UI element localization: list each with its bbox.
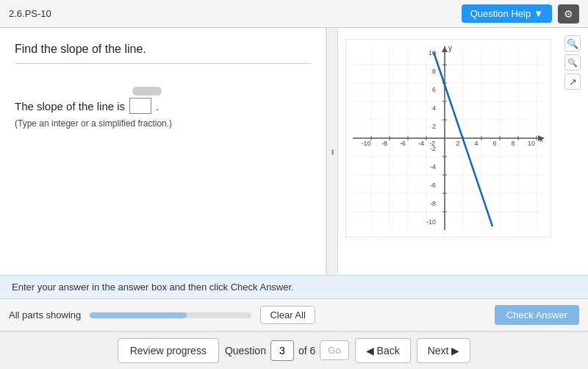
svg-text:6: 6 [432, 86, 436, 93]
svg-text:-2: -2 [430, 145, 436, 152]
main-content: Find the slope of the line. The slope of… [0, 28, 588, 275]
right-panel: 🔍 🔍 ↗ [338, 28, 588, 275]
next-button[interactable]: Next ▶ [417, 338, 471, 363]
svg-text:2: 2 [456, 140, 459, 147]
question-label: Question [225, 345, 266, 357]
zoom-out-button[interactable]: 🔍 [564, 54, 581, 71]
header-controls: Question Help ▼ ⚙ [462, 4, 579, 24]
zoom-in-icon: 🔍 [567, 38, 578, 49]
answer-area: The slope of the line is . (Type an inte… [15, 98, 311, 129]
progress-bar-fill [90, 312, 187, 318]
answer-line: The slope of the line is . [15, 98, 311, 114]
svg-text:x: x [539, 135, 543, 143]
coordinate-graph: y x -10 -8 -6 -4 -2 2 4 6 8 10 10 8 6 4 … [345, 39, 551, 237]
question-help-label: Question Help [470, 8, 531, 19]
gear-icon: ⚙ [564, 8, 573, 20]
svg-text:-4: -4 [430, 163, 436, 171]
svg-text:-8: -8 [430, 200, 436, 207]
of-label: of 6 [298, 345, 315, 357]
zoom-in-button[interactable]: 🔍 [564, 35, 581, 51]
answer-prefix: The slope of the line is [15, 100, 125, 112]
svg-text:4: 4 [474, 140, 478, 147]
question-nav: Question of 6 Go [225, 340, 349, 361]
zoom-controls: 🔍 🔍 ↗ [564, 35, 581, 90]
footer-nav: Review progress Question of 6 Go ◀ Back … [0, 331, 588, 369]
progress-bar-container [90, 312, 251, 318]
svg-text:-6: -6 [430, 182, 436, 189]
clear-all-button[interactable]: Clear All [260, 306, 315, 324]
question-title: Find the slope of the line. [15, 43, 311, 56]
svg-text:6: 6 [492, 140, 496, 147]
question-help-button[interactable]: Question Help ▼ [462, 4, 552, 23]
instruction-text: Enter your answer in the answer box and … [12, 282, 294, 293]
period: . [156, 100, 159, 112]
dropdown-icon: ▼ [534, 8, 543, 19]
svg-text:-6: -6 [400, 140, 406, 147]
svg-text:-4: -4 [418, 140, 424, 147]
question-number-input[interactable] [270, 340, 294, 361]
answer-input[interactable] [129, 98, 151, 114]
review-progress-button[interactable]: Review progress [118, 338, 219, 363]
zoom-out-icon: 🔍 [567, 58, 578, 68]
check-answer-button[interactable]: Check Answer [495, 305, 579, 325]
panel-divider[interactable]: • • • [326, 28, 338, 275]
problem-id: 2.6.PS-10 [9, 8, 51, 19]
svg-text:4: 4 [432, 104, 436, 112]
left-panel: Find the slope of the line. The slope of… [0, 28, 326, 275]
drag-handle[interactable] [132, 87, 162, 96]
svg-text:-10: -10 [361, 140, 370, 147]
settings-button[interactable]: ⚙ [558, 4, 579, 24]
instruction-bar: Enter your answer in the answer box and … [0, 275, 588, 298]
hint-text: (Type an integer or a simplified fractio… [15, 118, 311, 129]
divider-dots: • • • [329, 149, 337, 154]
svg-text:-8: -8 [381, 140, 387, 147]
svg-text:10: 10 [528, 140, 535, 147]
svg-text:8: 8 [432, 68, 436, 75]
svg-text:2: 2 [432, 123, 436, 130]
all-parts-label: All parts showing [9, 309, 81, 320]
svg-text:y: y [448, 44, 452, 52]
back-button[interactable]: ◀ Back [355, 338, 411, 363]
header: 2.6.PS-10 Question Help ▼ ⚙ [0, 0, 588, 28]
external-link-button[interactable]: ↗ [564, 74, 581, 90]
go-button[interactable]: Go [320, 340, 348, 360]
controls-bar: All parts showing Clear All Check Answer [0, 298, 588, 331]
svg-text:8: 8 [511, 140, 514, 147]
svg-text:-10: -10 [426, 218, 436, 226]
section-divider [15, 63, 311, 64]
external-icon: ↗ [569, 76, 577, 87]
